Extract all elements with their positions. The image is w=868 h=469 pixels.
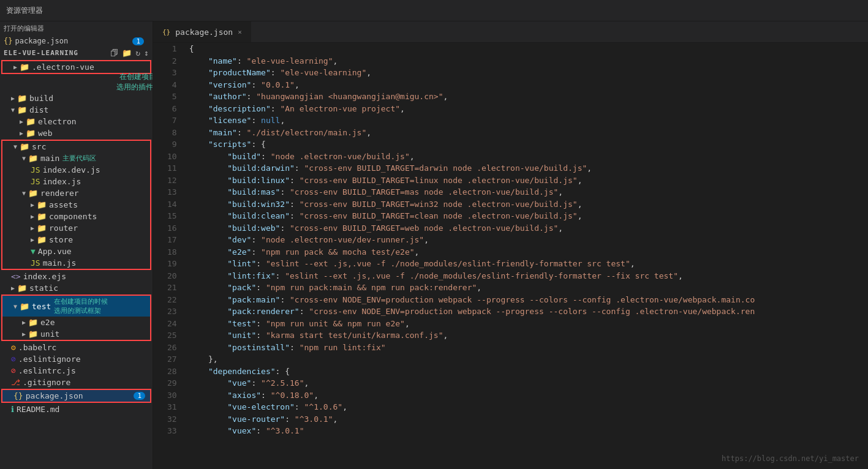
arrow-icon: ▶	[31, 201, 34, 208]
arrow-icon: ▶	[31, 236, 34, 243]
eslintjs-icon: ⊘	[11, 366, 16, 375]
line-row: 11 "build:darwin": "cross-env BUILD_TARG…	[153, 162, 868, 174]
ejs-icon: <>	[11, 272, 21, 281]
arrow-icon: ▶	[11, 285, 15, 291]
app-vue-label: App.vue	[38, 247, 72, 256]
tab-label: package.json	[175, 28, 233, 37]
tree-item-package-json[interactable]: {} package.json 1	[2, 390, 150, 402]
editor-content[interactable]: 1 { 2 "name": "ele-vue-learning", 3 "pro…	[153, 43, 868, 469]
tree-item-assets[interactable]: ▶ 📁 assets	[2, 199, 150, 211]
line-row: 31 "vue-electron": "^1.0.6",	[153, 401, 868, 413]
line-row: 13 "build:mas": "cross-env BUILD_TARGET=…	[153, 186, 868, 198]
refresh-icon[interactable]: ↻	[135, 48, 140, 58]
arrow-icon: ▶	[22, 331, 26, 337]
readme-icon: ℹ	[11, 405, 14, 414]
assets-label: assets	[49, 200, 78, 209]
line-row: 14 "build:win32": "cross-env BUILD_TARGE…	[153, 198, 868, 211]
tree-item-app-vue[interactable]: ▼ App.vue	[2, 246, 150, 257]
tree-item-web[interactable]: ▶ 📁 web	[0, 127, 153, 139]
readme-label: README.md	[17, 405, 59, 414]
line-row: 7 "license": null,	[153, 114, 868, 127]
annotation-test: 在创建项目的时候选用的测试框架	[54, 297, 108, 315]
tree-item-index-dev[interactable]: JS index.dev.js	[2, 164, 150, 176]
collapse-icon[interactable]: ↕	[144, 48, 149, 58]
open-editors-label: 打开的编辑器	[0, 21, 153, 36]
line-row: 29 "vue": "^2.5.16",	[153, 377, 868, 389]
eslintrc-label: .eslintrc.js	[18, 366, 76, 375]
line-row: 3 "productName": "ele-vue-learning",	[153, 67, 868, 79]
folder-icon: 📁	[37, 212, 47, 221]
line-row: 28 "dependencies": {	[153, 366, 868, 378]
line-row: 15 "build:clean": "cross-env BUILD_TARGE…	[153, 210, 868, 222]
line-row: 1 {	[153, 43, 868, 55]
folder-icon: 📁	[37, 200, 47, 209]
unit-label: unit	[40, 329, 59, 339]
tree-item-test[interactable]: ▼ 📁 test 在创建项目的时候选用的测试框架	[2, 296, 150, 317]
router-label: router	[49, 223, 78, 233]
babelrc-label: .babelrc	[18, 343, 57, 352]
store-label: store	[49, 235, 73, 244]
main-js-label: main.js	[43, 258, 77, 268]
line-row: 18 "e2e": "npm run pack && mocha test/e2…	[153, 246, 868, 258]
arrow-icon: ▶	[20, 130, 23, 137]
annotation-main: 主要代码区	[62, 154, 96, 163]
tree-item-components[interactable]: ▶ 📁 components	[2, 211, 150, 222]
line-row: 21 "pack": "npm run pack:main && npm run…	[153, 282, 868, 294]
folder-icon: 📁	[17, 105, 27, 114]
line-row: 22 "pack:main": "cross-env NODE_ENV=prod…	[153, 294, 868, 306]
package-json-tab[interactable]: {} package.json ×	[153, 21, 251, 42]
tree-item-eslintignore[interactable]: ⊘ .eslintignore	[0, 353, 153, 365]
folder-icon: 📁	[20, 302, 29, 311]
tree-item-e2e[interactable]: ▶ 📁 e2e	[2, 317, 150, 328]
folder-icon: 📁	[28, 154, 38, 163]
folder-icon: 📁	[37, 235, 47, 244]
src-label: src	[32, 142, 46, 151]
tab-json-icon: {}	[162, 28, 170, 36]
folder-icon: 📁	[26, 129, 36, 138]
tree-item-renderer[interactable]: ▼ 📁 renderer	[2, 187, 150, 199]
tree-item-babelrc[interactable]: ⚙ .babelrc	[0, 342, 153, 353]
line-row: 19 "lint": "eslint --ext .js,.vue -f ./n…	[153, 258, 868, 270]
arrow-icon: ▶	[13, 64, 17, 70]
new-file-icon[interactable]: 🗍	[110, 48, 118, 58]
tree-item-main[interactable]: ▼ 📁 main 主要代码区	[2, 152, 150, 164]
line-row: 6 "description": "An electron-vue projec…	[153, 103, 868, 115]
line-row: 32 "vue-router": "^3.0.1",	[153, 413, 868, 426]
project-name: ELE-VUE-LEARNING	[4, 49, 78, 57]
new-folder-icon[interactable]: 📁	[122, 48, 132, 58]
test-box: ▼ 📁 test 在创建项目的时候选用的测试框架 ▶ 📁 e2e ▶ 📁 uni…	[1, 295, 151, 341]
line-row: 23 "pack:renderer": "cross-env NODE_ENV=…	[153, 306, 868, 318]
tree-item-dist[interactable]: ▼ 📁 dist	[0, 104, 153, 116]
line-row: 20 "lint:fix": "eslint --ext .js,.vue -f…	[153, 270, 868, 282]
tree-item-build[interactable]: ▶ 📁 build	[0, 92, 153, 104]
tree-item-static[interactable]: ▶ 📁 static	[0, 282, 153, 294]
babel-icon: ⚙	[11, 343, 16, 352]
tree-item-eslintrc[interactable]: ⊘ .eslintrc.js	[0, 365, 153, 377]
arrow-icon: ▼	[13, 303, 17, 310]
tree-item-index-js[interactable]: JS index.js	[2, 176, 150, 187]
vue-icon: ▼	[31, 247, 36, 256]
tree-item-readme[interactable]: ℹ README.md	[0, 403, 153, 415]
js-icon: JS	[31, 258, 40, 268]
tree-item-unit[interactable]: ▶ 📁 unit	[2, 328, 150, 340]
tree-item-index-ejs[interactable]: <> index.ejs	[0, 271, 153, 282]
json-icon: {}	[13, 391, 23, 400]
open-file-item[interactable]: {} package.json 1	[0, 36, 153, 47]
tree-item-router[interactable]: ▶ 📁 router	[2, 222, 150, 234]
tab-close-icon[interactable]: ×	[238, 28, 242, 36]
electron-label: electron	[38, 117, 77, 126]
tree-item-src[interactable]: ▼ 📁 src	[2, 141, 150, 152]
tree-item-gitignore[interactable]: ⎇ .gitignore	[0, 377, 153, 388]
line-row: 2 "name": "ele-vue-learning",	[153, 55, 868, 67]
json-file-icon: {}	[4, 37, 12, 45]
tree-item-main-js[interactable]: JS main.js	[2, 257, 150, 269]
sidebar: 打开的编辑器 {} package.json 1 ELE-VUE-LEARNIN…	[0, 21, 153, 469]
tree-item-electron[interactable]: ▶ 📁 electron	[0, 116, 153, 127]
folder-icon: 📁	[20, 142, 29, 151]
tree-item-store[interactable]: ▶ 📁 store	[2, 234, 150, 246]
line-row: 5 "author": "huangwangjian <huangwangjia…	[153, 91, 868, 103]
eslint-icon: ⊘	[11, 355, 16, 364]
code-table: 1 { 2 "name": "ele-vue-learning", 3 "pro…	[153, 43, 868, 437]
arrow-icon: ▶	[11, 95, 15, 102]
e2e-label: e2e	[40, 318, 55, 327]
